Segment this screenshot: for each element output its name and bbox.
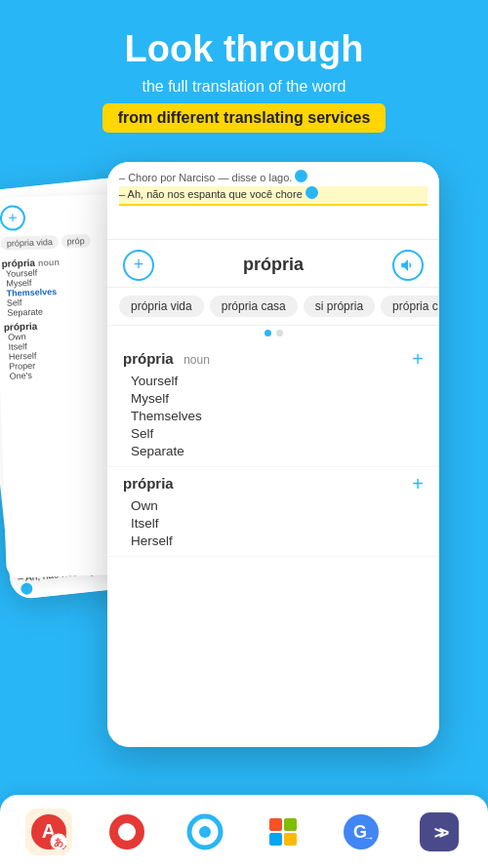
app-ring-icon[interactable]	[182, 809, 228, 855]
entry-block-1: própria noun + Yourself Myself Themselve…	[107, 342, 439, 467]
sidebar-entry-1: própria noun Yourself Myself Themselves …	[1, 255, 108, 318]
entry-pos-1: noun	[183, 353, 210, 367]
context-highlighted-line: – Ah, não nos espanta que você chore	[119, 186, 427, 206]
context-line-1: – Choro por Narciso — disse o lago.	[119, 170, 427, 187]
entry-item-own[interactable]: Own	[131, 497, 424, 515]
app-google-translate-icon[interactable]: G →	[338, 809, 385, 855]
context-icon-1	[295, 170, 307, 182]
front-top-context: – Choro por Narciso — disse o lago. – Ah…	[107, 162, 439, 240]
tab-si-propria[interactable]: si própria	[304, 296, 375, 317]
tabs-row: própria vida própria casa si própria pró…	[107, 288, 439, 326]
entry-item-itself[interactable]: Itself	[131, 515, 424, 533]
app-translate-a-icon[interactable]: A あ	[25, 809, 72, 855]
app-a-svg: A あ	[31, 814, 66, 849]
dict-header: + própria	[107, 240, 439, 288]
dot-inactive	[276, 330, 283, 336]
windows-grid	[269, 818, 297, 846]
app-red-circle-icon[interactable]	[103, 809, 150, 855]
context-icon-2	[305, 186, 318, 199]
phone-area: 2:02 ▲▼◻ 16% rose, it salgadas. – Por qu…	[0, 162, 488, 767]
entry-items-2: Own Itself Herself	[123, 497, 424, 550]
entry-word-2: própria	[123, 475, 174, 492]
dict-entries: própria noun + Yourself Myself Themselve…	[107, 338, 439, 557]
speaker-btn[interactable]	[392, 250, 424, 281]
phone-front: – Choro por Narciso — disse o lago. – Ah…	[107, 162, 439, 747]
sidebar-panel-inner: + própria vida próp própria noun Yoursel…	[0, 194, 117, 389]
tab-propria-vida[interactable]: própria vida	[119, 296, 204, 317]
win-sq-red	[269, 818, 282, 831]
entry-add-btn-1[interactable]: +	[412, 348, 424, 371]
subheadline: the full translation of the word	[20, 78, 468, 96]
headline: Look through	[20, 29, 468, 70]
dot-active	[264, 330, 271, 336]
highlight-bar: from different translating services	[102, 103, 386, 133]
entry-item-yourself[interactable]: Yourself	[131, 373, 424, 390]
entry-add-btn-2[interactable]: +	[412, 473, 424, 495]
entry-item-themselves[interactable]: Themselves	[131, 408, 424, 425]
entry-item-self[interactable]: Self	[131, 425, 424, 443]
app-ring-svg	[185, 812, 224, 851]
sidebar-pills: própria vida próp	[1, 233, 107, 256]
entry-item-herself[interactable]: Herself	[131, 533, 424, 550]
entry-header-2: própria +	[123, 473, 424, 495]
entry-item-myself[interactable]: Myself	[131, 390, 424, 408]
overlay-icon	[20, 582, 33, 595]
svg-point-5	[118, 823, 136, 841]
svg-text:あ: あ	[54, 837, 63, 848]
dict-word: própria	[154, 255, 392, 275]
svg-text:→: →	[363, 831, 375, 845]
git-svg: > >	[420, 812, 459, 851]
sidebar-entry-2: própria Own Itself Herself Proper One's	[4, 318, 111, 381]
svg-text:>: >	[439, 823, 450, 843]
dots-row	[107, 326, 439, 338]
app-bar: A あ G →	[0, 795, 488, 868]
win-sq-blue	[269, 833, 282, 846]
add-circle-btn[interactable]: +	[123, 250, 154, 281]
app-git-icon[interactable]: > >	[416, 809, 463, 855]
dict-panel: + própria própria vida própria casa si p…	[107, 240, 439, 557]
speaker-icon	[399, 256, 417, 274]
tab-propria-c[interactable]: própria c	[381, 296, 439, 317]
entry-header-1: própria noun +	[123, 348, 424, 371]
app-circle-svg	[107, 812, 146, 851]
entry-items-1: Yourself Myself Themselves Self Separate	[123, 373, 424, 460]
google-translate-svg: G →	[342, 812, 381, 851]
sidebar-pill-2[interactable]: próp	[61, 234, 90, 249]
sidebar-add-btn[interactable]: +	[0, 205, 25, 231]
entry-word-1: própria	[123, 350, 174, 367]
sidebar-pill-1[interactable]: própria vida	[1, 235, 59, 251]
entry-block-2: própria + Own Itself Herself	[107, 467, 439, 557]
entry-item-separate[interactable]: Separate	[131, 443, 424, 460]
win-sq-green	[284, 818, 297, 831]
sidebar-panel: + própria vida próp própria noun Yoursel…	[0, 194, 124, 578]
tab-propria-casa[interactable]: própria casa	[210, 296, 298, 317]
win-sq-yellow	[284, 833, 297, 846]
svg-point-7	[199, 826, 211, 838]
app-windows-icon[interactable]	[260, 809, 306, 855]
top-section: Look through the full translation of the…	[0, 0, 488, 152]
